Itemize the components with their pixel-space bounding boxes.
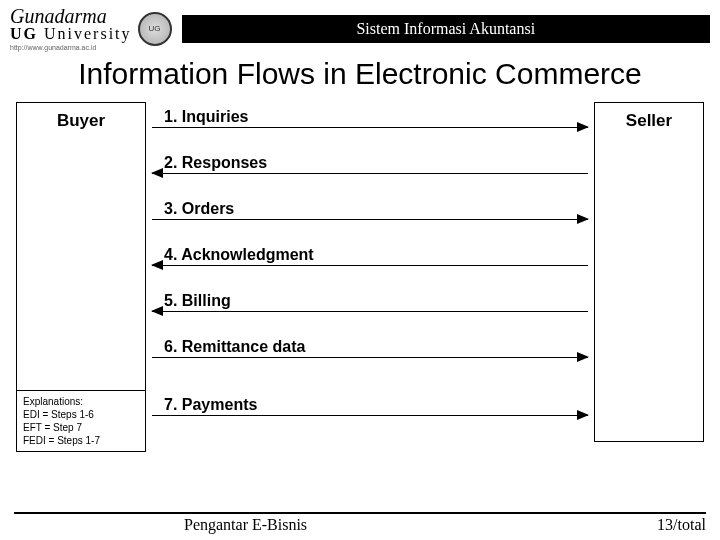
slide-footer: Pengantar E-Bisnis 13/total [0, 512, 720, 534]
flow-arrows: 1. Inquiries 2. Responses 3. Orders 4. A… [146, 102, 594, 452]
flow-5-label: 5. Billing [146, 292, 594, 311]
footer-page: 13/total [657, 516, 706, 534]
flow-5: 5. Billing [146, 292, 594, 312]
flow-6-label: 6. Remittance data [146, 338, 594, 357]
flow-diagram: Buyer Seller 1. Inquiries 2. Responses 3… [10, 102, 710, 452]
explanations-heading: Explanations: [23, 395, 139, 408]
course-title-bar: Sistem Informasi Akuntansi [182, 15, 710, 43]
seller-box: Seller [594, 102, 704, 442]
explanations-line: EDI = Steps 1-6 [23, 408, 139, 421]
seller-label: Seller [595, 103, 703, 131]
footer-divider [14, 512, 706, 514]
arrow-right-icon [152, 219, 588, 220]
arrow-right-icon [152, 357, 588, 358]
logo-prefix: UG [10, 25, 38, 42]
flow-7-label: 7. Payments [146, 396, 594, 415]
logo-line1: Gunadarma [10, 6, 132, 26]
slide-header: Gunadarma UG University http://www.gunad… [0, 0, 720, 51]
flow-1-label: 1. Inquiries [146, 108, 594, 127]
explanations-line: EFT = Step 7 [23, 421, 139, 434]
logo-line2: University [44, 25, 132, 42]
arrow-left-icon [152, 311, 588, 312]
flow-2: 2. Responses [146, 154, 594, 174]
slide-title: Information Flows in Electronic Commerce [20, 57, 700, 92]
arrow-left-icon [152, 173, 588, 174]
university-logo: Gunadarma UG University http://www.gunad… [10, 6, 172, 51]
explanations-line: FEDI = Steps 1-7 [23, 434, 139, 447]
arrow-right-icon [152, 127, 588, 128]
flow-4-label: 4. Acknowledgment [146, 246, 594, 265]
flow-6: 6. Remittance data [146, 338, 594, 358]
explanations-box: Explanations: EDI = Steps 1-6 EFT = Step… [16, 390, 146, 452]
footer-topic: Pengantar E-Bisnis [14, 516, 307, 534]
flow-3: 3. Orders [146, 200, 594, 220]
flow-7: 7. Payments [146, 396, 594, 416]
arrow-left-icon [152, 265, 588, 266]
flow-1: 1. Inquiries [146, 108, 594, 128]
university-seal-icon: UG [138, 12, 172, 46]
flow-3-label: 3. Orders [146, 200, 594, 219]
arrow-right-icon [152, 415, 588, 416]
logo-tagline: http://www.gunadarma.ac.id [10, 44, 132, 51]
flow-4: 4. Acknowledgment [146, 246, 594, 266]
buyer-label: Buyer [17, 103, 145, 131]
flow-2-label: 2. Responses [146, 154, 594, 173]
